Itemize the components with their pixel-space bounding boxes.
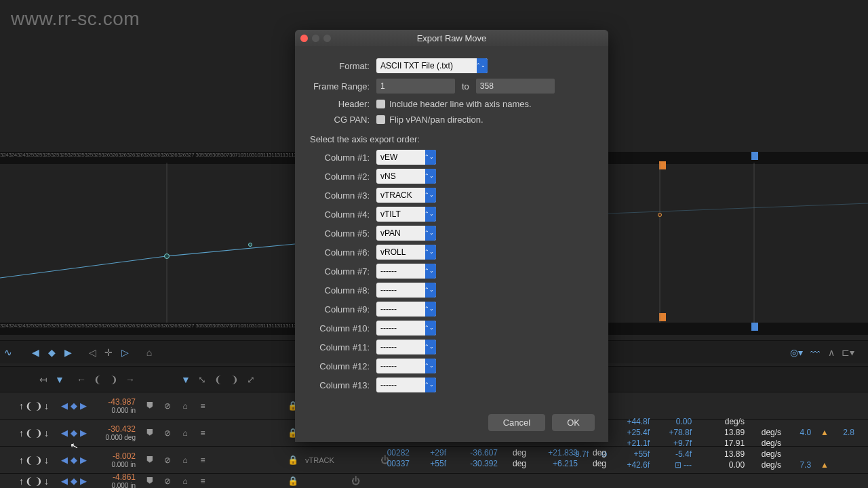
column-select-5[interactable]: vPAN ⌃⌄: [376, 226, 436, 241]
marker-playhead[interactable]: [659, 161, 666, 169]
column-select-10[interactable]: ------ ⌃⌄: [376, 321, 436, 336]
cgpan-checkbox[interactable]: [376, 115, 385, 124]
track-key-group[interactable]: ◀ ◆ ▶: [61, 428, 87, 438]
track-nudge-group[interactable]: ↑ ❨ ❩ ↓: [19, 455, 49, 466]
wave-icon[interactable]: ∿: [1, 346, 15, 359]
funnel-icon[interactable]: ▼: [53, 373, 66, 386]
target-icon[interactable]: ◎▾: [789, 346, 803, 359]
column-select-12[interactable]: ------ ⌃⌄: [376, 359, 436, 373]
menu-icon[interactable]: ≡: [197, 400, 209, 412]
dialog-titlebar[interactable]: Export Raw Move: [295, 30, 608, 46]
paren-right2-icon[interactable]: ❩: [228, 373, 241, 386]
prev-key-icon[interactable]: ◀: [61, 455, 68, 465]
disable-icon[interactable]: ⊘: [161, 400, 174, 412]
column-select-7[interactable]: ------ ⌃⌄: [376, 264, 436, 279]
key-icon[interactable]: ◆: [71, 455, 77, 465]
power-icon[interactable]: ⏻: [351, 476, 360, 486]
paren-left-icon[interactable]: ❨: [25, 476, 33, 487]
disable-icon[interactable]: ⊘: [161, 427, 174, 439]
paren-left-icon[interactable]: ❨: [25, 428, 33, 439]
paren-left-icon[interactable]: ❨: [25, 455, 33, 466]
prev-key-icon[interactable]: ◀: [61, 428, 68, 438]
forward-icon[interactable]: →: [123, 373, 137, 386]
track-nudge-group[interactable]: ↑ ❨ ❩ ↓: [19, 401, 49, 411]
column-select-8[interactable]: ------ ⌃⌄: [376, 283, 436, 298]
marker-range-end[interactable]: [751, 152, 758, 160]
column-select-2[interactable]: vNS ⌃⌄: [376, 169, 436, 184]
track-nudge-group[interactable]: ↑ ❨ ❩ ↓: [19, 428, 49, 439]
menu-icon[interactable]: ≡: [197, 454, 209, 466]
track-key-group[interactable]: ◀ ◆ ▶: [61, 476, 87, 486]
prev-key-icon[interactable]: ◀: [61, 476, 68, 486]
column-select-3[interactable]: vTRACK ⌃⌄: [376, 188, 436, 203]
curve-icon[interactable]: 〰: [808, 346, 822, 359]
expand-in-icon[interactable]: ⤢: [244, 373, 258, 386]
next-key-icon[interactable]: ▶: [80, 455, 87, 465]
arrow-down-icon[interactable]: ↓: [44, 476, 49, 487]
next-key-icon[interactable]: ▶: [80, 476, 87, 486]
arrow-down-icon[interactable]: ↓: [44, 455, 49, 466]
track-key-group[interactable]: ◀ ◆ ▶: [61, 401, 87, 411]
collapse-icon[interactable]: ↤: [37, 373, 50, 386]
frame-end-input[interactable]: [476, 79, 555, 94]
keyframe-point-3[interactable]: [658, 213, 662, 217]
track-nudge-group[interactable]: ↑ ❨ ❩ ↓: [19, 476, 49, 487]
column-select-6[interactable]: vROLL ⌃⌄: [376, 245, 436, 260]
back-icon[interactable]: ←: [75, 373, 88, 386]
key-icon[interactable]: ◆: [71, 401, 77, 411]
column-select-11[interactable]: ------ ⌃⌄: [376, 340, 436, 354]
prev-key-icon[interactable]: ◀: [28, 346, 42, 359]
disable-icon[interactable]: ⊘: [161, 454, 174, 466]
next-key-icon[interactable]: ▶: [61, 346, 75, 359]
prev-icon[interactable]: ◁: [85, 346, 99, 359]
marker-playhead-2[interactable]: [659, 313, 666, 321]
cancel-button[interactable]: Cancel: [488, 414, 545, 431]
linear-icon[interactable]: ∧: [825, 346, 838, 359]
track-row-4[interactable]: ↑ ❨ ❩ ↓ ◀ ◆ ▶ -4.861 0.000 in ⛊ ⊘ ⌂ ≡ 🔒: [0, 473, 868, 488]
next-icon[interactable]: ▷: [118, 346, 132, 359]
key-icon[interactable]: ◆: [71, 476, 77, 486]
column-select-9[interactable]: ------ ⌃⌄: [376, 302, 436, 317]
key-icon[interactable]: ◆: [71, 428, 77, 438]
home-icon[interactable]: ⌂: [142, 346, 156, 359]
menu-icon[interactable]: ≡: [197, 427, 209, 439]
header-checkbox[interactable]: [376, 100, 385, 108]
paren-right-icon[interactable]: ❩: [107, 373, 121, 386]
home-icon[interactable]: ⌂: [179, 427, 191, 439]
frame-start-input[interactable]: [376, 79, 455, 94]
ok-button[interactable]: OK: [552, 414, 595, 431]
lock-icon[interactable]: 🔒: [288, 476, 298, 486]
shield-icon[interactable]: ⛊: [144, 427, 156, 439]
funnel2-icon[interactable]: ▼: [179, 373, 193, 386]
home-icon[interactable]: ⌂: [179, 454, 191, 466]
step-icon[interactable]: ⊏▾: [841, 346, 854, 359]
menu-icon[interactable]: ≡: [197, 475, 209, 487]
expand-out-icon[interactable]: ⤡: [195, 373, 209, 386]
arrow-down-icon[interactable]: ↓: [44, 401, 49, 411]
arrow-up-icon[interactable]: ↑: [19, 428, 24, 439]
shield-icon[interactable]: ⛊: [144, 475, 156, 487]
format-select[interactable]: ASCII TXT File (.txt) ⌃⌄: [376, 58, 488, 73]
paren-right-icon[interactable]: ❩: [35, 476, 43, 487]
next-key-icon[interactable]: ▶: [80, 428, 87, 438]
lock-icon[interactable]: 🔒: [288, 455, 298, 465]
arrow-down-icon[interactable]: ↓: [44, 428, 49, 439]
arrow-up-icon[interactable]: ↑: [19, 476, 24, 487]
paren-left-icon[interactable]: ❨: [91, 373, 104, 386]
home-icon[interactable]: ⌂: [179, 400, 191, 412]
paren-right-icon[interactable]: ❩: [35, 455, 43, 466]
track-key-group[interactable]: ◀ ◆ ▶: [61, 455, 87, 465]
keyframe-point-2[interactable]: [248, 243, 252, 247]
column-select-13[interactable]: ------ ⌃⌄: [376, 378, 436, 392]
paren-right-icon[interactable]: ❩: [35, 428, 43, 439]
crosshair-icon[interactable]: ✛: [102, 346, 115, 359]
keyframe-icon[interactable]: ◆: [45, 346, 58, 359]
paren-left-icon[interactable]: ❨: [25, 401, 33, 411]
shield-icon[interactable]: ⛊: [144, 400, 156, 412]
arrow-up-icon[interactable]: ↑: [19, 401, 24, 411]
paren-right-icon[interactable]: ❩: [35, 401, 43, 411]
marker-range-end-2[interactable]: [751, 323, 758, 331]
column-select-4[interactable]: vTILT ⌃⌄: [376, 207, 436, 222]
arrow-up-icon[interactable]: ↑: [19, 455, 24, 466]
paren-left2-icon[interactable]: ❨: [212, 373, 225, 386]
